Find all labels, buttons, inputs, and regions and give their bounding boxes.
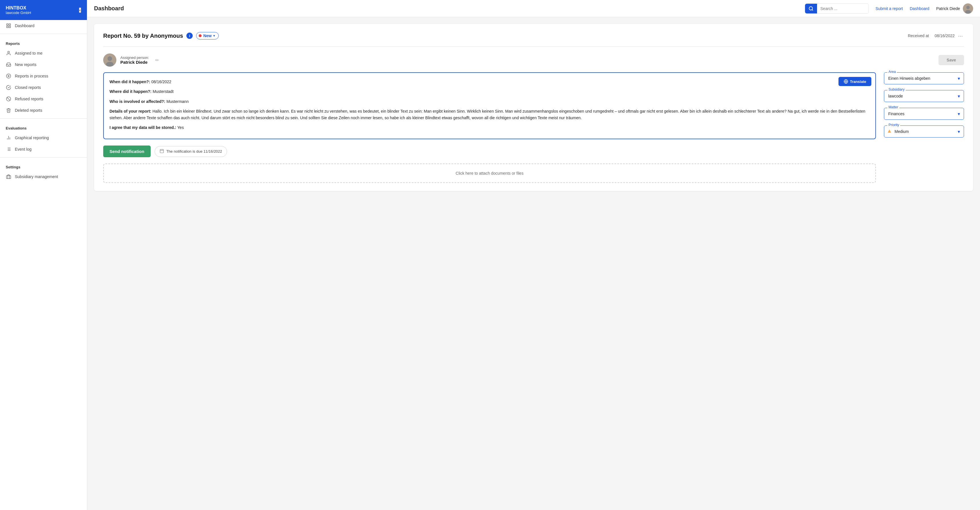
status-dot xyxy=(199,34,202,37)
search-button[interactable] xyxy=(805,4,817,13)
assigned-info: Assigned person: Patrick Diede xyxy=(120,56,149,65)
more-options-button[interactable]: ··· xyxy=(957,33,964,39)
topbar: Dashboard Submit a report Dashboard Patr… xyxy=(87,0,980,17)
report-body: Translate When did it happen?: 08/16/202… xyxy=(103,72,964,183)
sidebar-divider-3 xyxy=(0,157,87,157)
check-icon xyxy=(6,84,11,91)
sidebar: HINTBOX lawcode GmbH ‹ Dashboard Reports… xyxy=(0,0,87,510)
trash-icon xyxy=(6,108,11,113)
subsidiary-select-wrapper: lawcode xyxy=(884,90,964,102)
sidebar-item-reports-in-process[interactable]: Reports in process xyxy=(0,70,87,82)
matter-field-group: Matter Finances xyxy=(884,108,964,120)
sidebar-item-label: Dashboard xyxy=(15,24,35,28)
svg-rect-18 xyxy=(6,176,11,179)
edit-icon[interactable]: ✏ xyxy=(155,57,159,63)
svg-rect-0 xyxy=(6,24,8,25)
report-header: Report No. 59 by Anonymous i New ▾ Recei… xyxy=(103,32,964,40)
sidebar-header: HINTBOX lawcode GmbH ‹ xyxy=(0,0,87,20)
sidebar-section-settings: Settings xyxy=(0,160,87,171)
status-label: New xyxy=(203,33,212,38)
brand-sub: lawcode GmbH xyxy=(6,11,31,15)
sidebar-item-event-log[interactable]: Event log xyxy=(0,143,87,155)
svg-rect-3 xyxy=(9,26,11,28)
sidebar-item-new-reports[interactable]: New reports xyxy=(0,59,87,70)
received-date: 08/16/2022 xyxy=(935,33,955,38)
inbox-icon xyxy=(6,62,11,67)
bar-chart-icon xyxy=(6,135,11,141)
assigned-row: Assigned person: Patrick Diede ✏ Save xyxy=(103,54,964,67)
submit-report-link[interactable]: Submit a report xyxy=(876,6,903,11)
sidebar-item-label: Reports in process xyxy=(15,74,48,78)
report-main: Translate When did it happen?: 08/16/202… xyxy=(103,72,876,183)
translate-button[interactable]: Translate xyxy=(838,77,871,86)
list-icon xyxy=(6,146,11,152)
sidebar-item-refused-reports[interactable]: Refused reports xyxy=(0,93,87,105)
priority-label: Priority xyxy=(888,123,900,127)
report-separator xyxy=(103,46,964,47)
svg-point-22 xyxy=(966,6,970,9)
subsidiary-field-group: Subsidiary lawcode xyxy=(884,90,964,102)
sidebar-item-dashboard[interactable]: Dashboard xyxy=(0,20,87,32)
sidebar-item-label: Graphical reporting xyxy=(15,135,49,140)
sidebar-item-label: Refused reports xyxy=(15,97,43,101)
subsidiary-select[interactable]: lawcode xyxy=(884,90,964,102)
sidebar-collapse-button[interactable]: ‹ xyxy=(79,8,81,13)
report-sidebar-right: Area Einen Hinweis abgeben Subsidiary la… xyxy=(884,72,964,143)
subsidiary-label: Subsidiary xyxy=(888,87,906,92)
info-icon[interactable]: i xyxy=(186,33,192,39)
report-text-box: Translate When did it happen?: 08/16/202… xyxy=(103,72,876,139)
sidebar-item-graphical-reporting[interactable]: Graphical reporting xyxy=(0,132,87,143)
report-field-who: Who is involved or affected?: Mustermann xyxy=(110,99,870,105)
svg-point-4 xyxy=(8,51,10,53)
sidebar-item-closed-reports[interactable]: Closed reports xyxy=(0,82,87,93)
matter-select-wrapper: Finances xyxy=(884,108,964,120)
report-field-agree: I agree that my data will be stored.: Ye… xyxy=(110,124,870,131)
sidebar-item-label: Subsidiary management xyxy=(15,175,58,179)
svg-point-19 xyxy=(809,6,813,10)
assigned-left: Assigned person: Patrick Diede ✏ xyxy=(103,54,159,67)
priority-select[interactable]: Medium xyxy=(884,126,964,138)
sidebar-section-evaluations: Evaluations xyxy=(0,121,87,132)
chevron-down-icon: ▾ xyxy=(213,34,215,38)
sidebar-section-reports: Reports xyxy=(0,36,87,48)
report-card: Report No. 59 by Anonymous i New ▾ Recei… xyxy=(94,24,973,191)
slash-icon xyxy=(6,96,11,102)
send-notification-button[interactable]: Send notification xyxy=(103,146,151,157)
svg-line-20 xyxy=(812,10,813,10)
svg-point-25 xyxy=(108,56,112,61)
play-icon xyxy=(6,73,11,79)
area-label: Area xyxy=(888,70,897,74)
sidebar-item-label: Event log xyxy=(15,147,32,151)
due-badge: The notification is due 11/16/2022 xyxy=(155,146,227,157)
sidebar-item-label: New reports xyxy=(15,62,36,67)
report-field-where: Where did it happen?: Musterstadt xyxy=(110,88,870,95)
building-icon xyxy=(6,174,11,180)
avatar xyxy=(963,3,973,14)
attach-documents-box[interactable]: Click here to attach documents or files xyxy=(103,164,876,183)
search-input[interactable] xyxy=(817,4,869,13)
report-title-group: Report No. 59 by Anonymous i New ▾ xyxy=(103,32,219,40)
svg-rect-29 xyxy=(160,149,164,153)
search-container xyxy=(805,3,869,14)
sidebar-item-assigned-to-me[interactable]: Assigned to me xyxy=(0,48,87,59)
notification-row: Send notification The notification is du… xyxy=(103,146,876,157)
received-label: Received at xyxy=(908,33,929,38)
calendar-icon xyxy=(159,149,164,154)
status-badge[interactable]: New ▾ xyxy=(196,32,219,40)
svg-marker-6 xyxy=(8,75,10,77)
user-icon xyxy=(6,50,11,56)
dashboard-link[interactable]: Dashboard xyxy=(910,6,929,11)
assigned-avatar xyxy=(103,54,116,67)
sidebar-item-deleted-reports[interactable]: Deleted reports xyxy=(0,105,87,116)
matter-select[interactable]: Finances xyxy=(884,108,964,120)
save-button[interactable]: Save xyxy=(939,55,964,65)
svg-line-8 xyxy=(7,97,10,101)
sidebar-item-subsidiary-management[interactable]: Subsidiary management xyxy=(0,171,87,183)
svg-rect-1 xyxy=(9,24,11,25)
due-label: The notification is due 11/16/2022 xyxy=(166,149,222,154)
topbar-user[interactable]: Patrick Diede xyxy=(936,3,973,14)
area-select[interactable]: Einen Hinweis abgeben xyxy=(884,72,964,84)
area-select-wrapper: Einen Hinweis abgeben xyxy=(884,72,964,84)
area-field-group: Area Einen Hinweis abgeben xyxy=(884,72,964,84)
sidebar-item-label: Deleted reports xyxy=(15,108,42,113)
